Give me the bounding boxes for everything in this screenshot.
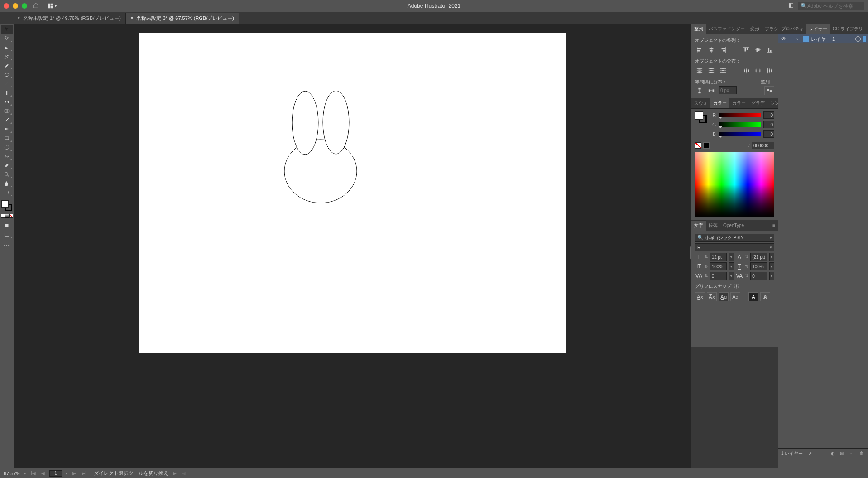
tab-gradient[interactable]: グラデ	[748, 98, 767, 108]
stepper-icon[interactable]: ⇅	[745, 255, 748, 259]
dropdown-icon[interactable]: ▾	[729, 262, 734, 270]
r-value[interactable]	[763, 111, 774, 119]
doc-tab-1[interactable]: × 名称未設定-1* @ 49.76% (RGB/プレビュー)	[13, 13, 126, 24]
align-left-icon[interactable]	[695, 45, 704, 54]
edit-toolbar[interactable]: •••	[4, 243, 10, 248]
direct-selection-tool[interactable]	[1, 34, 13, 43]
bw-swatch[interactable]	[703, 142, 710, 149]
tab-swatches[interactable]: スウォ	[691, 98, 710, 108]
dropdown-icon[interactable]: ▾	[729, 253, 734, 261]
artboard[interactable]	[139, 33, 566, 353]
hand-tool[interactable]	[1, 179, 13, 188]
close-icon[interactable]: ×	[130, 15, 134, 21]
align-top-icon[interactable]	[742, 45, 751, 54]
stepper-icon[interactable]: ⇅	[705, 274, 708, 278]
tab-opentype[interactable]: OpenType	[720, 220, 747, 231]
align-bottom-icon[interactable]	[765, 45, 774, 54]
canvas-area[interactable]	[14, 24, 691, 468]
layer-name[interactable]: レイヤー 1	[811, 36, 854, 43]
curvature-tool[interactable]	[1, 53, 13, 61]
spacing-h-icon[interactable]	[707, 86, 716, 95]
next-artboard-icon[interactable]: ▶	[72, 471, 77, 476]
snap-xheight-icon[interactable]: A̅x	[707, 292, 717, 301]
snap-glyphbounds-icon[interactable]: A̲g	[719, 292, 729, 301]
dropdown-icon[interactable]: ▾	[769, 272, 774, 280]
b-slider[interactable]	[719, 132, 761, 136]
tab-layers[interactable]: レイヤー	[806, 24, 830, 34]
fill-stroke-mini[interactable]	[695, 111, 707, 123]
close-window[interactable]	[4, 3, 9, 9]
type-tool[interactable]: T	[1, 89, 13, 97]
g-value[interactable]	[763, 121, 774, 128]
dropdown-icon[interactable]: ▾	[769, 253, 774, 261]
help-search[interactable]: 🔍	[798, 2, 864, 10]
tab-pathfinder[interactable]: パスファインダー	[706, 24, 748, 34]
help-search-input[interactable]	[807, 3, 862, 9]
dist-right-icon[interactable]	[765, 66, 774, 75]
tab-properties[interactable]: プロパティ	[778, 24, 806, 34]
new-sublayer-icon[interactable]: ⊞	[840, 451, 844, 456]
shape-builder-tool[interactable]	[1, 107, 13, 115]
hscale-input[interactable]: 100%	[750, 262, 767, 270]
dist-hcenter-icon[interactable]	[753, 66, 762, 75]
hex-input[interactable]	[752, 142, 774, 149]
minimize-window[interactable]	[13, 3, 18, 9]
stepper-icon[interactable]: ⇅	[705, 255, 708, 259]
tab-color[interactable]: カラー	[710, 98, 729, 108]
info-icon[interactable]: ⓘ	[734, 283, 739, 290]
leading-input[interactable]: (21 pt)	[750, 253, 767, 261]
artboard-number-input[interactable]	[49, 470, 62, 477]
status-back-icon[interactable]: ◀	[181, 471, 187, 476]
r-slider[interactable]	[719, 113, 761, 117]
snap-proximity-icon[interactable]: Āg	[730, 292, 740, 301]
draw-mode[interactable]	[1, 222, 13, 230]
snap-a2-icon[interactable]: A̷	[760, 292, 770, 301]
g-slider[interactable]	[719, 122, 761, 127]
layer-row[interactable]: 👁 › レイヤー 1	[778, 34, 868, 43]
tab-cclibraries[interactable]: CC ライブラリ	[830, 24, 866, 34]
tab-align[interactable]: 整列	[691, 24, 706, 34]
eyedropper-tool[interactable]	[1, 116, 13, 124]
gradient-tool[interactable]	[1, 125, 13, 133]
color-spectrum[interactable]	[695, 152, 774, 217]
reflect-tool[interactable]	[1, 98, 13, 106]
dist-vcenter-icon[interactable]	[707, 66, 716, 75]
status-flyout-icon[interactable]: ▶	[172, 471, 177, 476]
stepper-icon[interactable]: ⇅	[745, 274, 748, 278]
dist-bottom-icon[interactable]	[719, 66, 728, 75]
tab-paragraph[interactable]: 段落	[706, 220, 720, 231]
snap-baseline-icon[interactable]: A̲x	[695, 292, 705, 301]
color-mode-gradient[interactable]	[5, 214, 9, 218]
width-tool[interactable]	[1, 152, 13, 160]
artboard-dropdown-icon[interactable]: ▾	[66, 471, 68, 476]
dist-left-icon[interactable]	[742, 66, 751, 75]
spacing-input[interactable]	[719, 86, 737, 94]
delete-layer-icon[interactable]: 🗑	[858, 451, 865, 456]
dropdown-icon[interactable]: ▾	[729, 272, 734, 280]
align-to-button[interactable]	[764, 86, 774, 95]
home-icon[interactable]	[33, 2, 39, 10]
vscale-input[interactable]: 100%	[710, 262, 727, 270]
target-icon[interactable]	[855, 36, 861, 42]
locate-layer-icon[interactable]: ⬈	[806, 451, 814, 456]
artboard-tool[interactable]	[1, 188, 13, 197]
selection-tool[interactable]	[1, 25, 13, 34]
stepper-icon[interactable]: ⇅	[705, 264, 708, 269]
color-mode-solid[interactable]	[1, 214, 5, 218]
tab-character[interactable]: 文字	[691, 220, 706, 231]
first-artboard-icon[interactable]: I◀	[30, 471, 37, 476]
b-value[interactable]	[763, 130, 774, 138]
align-vcenter-icon[interactable]	[753, 45, 762, 54]
font-family-select[interactable]: 🔍小塚ゴシック Pr6N▾	[695, 234, 774, 242]
share-icon[interactable]	[788, 2, 794, 10]
zoom-level[interactable]: 67.57%	[4, 471, 20, 476]
dropdown-icon[interactable]: ▾	[769, 262, 774, 270]
pen-tool[interactable]	[1, 43, 13, 52]
spacing-v-icon[interactable]	[695, 86, 704, 95]
panel-drag-handle[interactable]	[690, 246, 691, 260]
fill-stroke-indicator[interactable]	[1, 200, 12, 211]
tab-transform[interactable]: 変形	[748, 24, 762, 34]
brush-tool[interactable]	[1, 62, 13, 70]
disclosure-icon[interactable]: ›	[796, 37, 801, 42]
zoom-tool[interactable]	[1, 170, 13, 179]
